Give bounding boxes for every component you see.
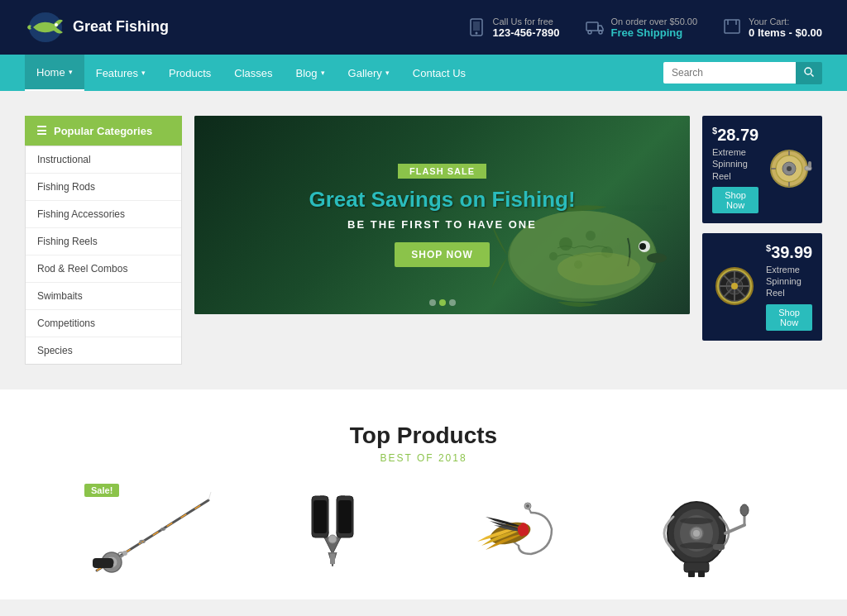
header-info: Call Us for free 123-456-7890 On order o… [467, 17, 822, 39]
sidebar-item-instructional[interactable]: Instructional [26, 146, 181, 174]
shipping-text: On order over $50.00 Free Shipping [611, 17, 698, 39]
product-card-1: $28.79 Extreme Spinning Reel Shop Now [702, 116, 822, 223]
product-thumb-img-3 [448, 484, 581, 583]
svg-point-67 [680, 518, 713, 524]
sidebar-item-species[interactable]: Species [26, 337, 181, 364]
product-thumb-4[interactable] [614, 484, 779, 583]
svg-rect-47 [93, 558, 113, 568]
svg-point-20 [647, 253, 667, 263]
top-products-title: Top Products [25, 423, 822, 449]
sidebar-item-competitions[interactable]: Competitions [26, 310, 181, 337]
main-content: ☰ Popular Categories Instructional Fishi… [0, 99, 847, 381]
hero-subtitle: BE THE FIRST TO HAVE ONE [309, 218, 575, 231]
phone-info: Call Us for free 123-456-7890 [467, 17, 560, 39]
search-input[interactable] [663, 62, 796, 84]
hero-banner: FLASH SALE Great Savings on Fishing! BE … [194, 116, 690, 314]
sidebar-menu: Instructional Fishing Rods Fishing Acces… [25, 146, 182, 365]
top-products-section: Top Products BEST OF 2018 Sale! [0, 389, 847, 599]
svg-point-1 [55, 23, 58, 26]
nav-links: Home ▾ Features ▾ Products Classes Blog … [25, 55, 663, 91]
sidebar-item-fishing-accessories[interactable]: Fishing Accessories [26, 201, 181, 228]
product-2-image [712, 264, 758, 309]
product-card-2: $39.99 Extreme Spinning Reel Shop Now [702, 233, 822, 341]
product-1-name: Extreme Spinning Reel [712, 146, 758, 182]
site-header: Great Fishing Call Us for free 123-456-7… [0, 0, 847, 55]
svg-rect-77 [713, 544, 725, 550]
top-products-subtitle: BEST OF 2018 [25, 452, 822, 464]
dot-1[interactable] [429, 299, 436, 306]
product-thumb-img-1 [84, 484, 217, 583]
nav-item-contact[interactable]: Contact Us [401, 55, 477, 91]
svg-point-70 [693, 530, 700, 537]
sidebar-item-fishing-reels[interactable]: Fishing Reels [26, 228, 181, 255]
svg-point-25 [787, 166, 792, 171]
logo-icon [25, 9, 66, 45]
svg-line-51 [208, 492, 211, 500]
nav-item-classes[interactable]: Classes [223, 55, 284, 91]
product-thumb-3[interactable] [432, 484, 597, 583]
svg-point-68 [680, 542, 713, 549]
product-card-1-info: $28.79 Extreme Spinning Reel Shop Now [712, 126, 758, 213]
product-thumb-2[interactable] [250, 484, 415, 583]
main-nav: Home ▾ Features ▾ Products Classes Blog … [0, 55, 847, 91]
hero-dots [429, 299, 456, 306]
sidebar-item-fishing-rods[interactable]: Fishing Rods [26, 174, 181, 201]
svg-point-50 [122, 551, 127, 556]
sidebar-header: ☰ Popular Categories [25, 116, 182, 146]
chevron-down-icon: ▾ [321, 69, 325, 77]
product-2-shop-button[interactable]: Shop Now [766, 304, 812, 331]
product-2-name: Extreme Spinning Reel [766, 264, 812, 299]
logo-text: Great Fishing [73, 18, 169, 36]
hero-cta-button[interactable]: SHOP NOW [395, 242, 489, 267]
product-2-price: $39.99 [766, 243, 812, 262]
nav-item-blog[interactable]: Blog ▾ [285, 55, 337, 91]
sidebar-item-rod-reel-combos[interactable]: Rod & Reel Combos [26, 255, 181, 283]
hero-title: Great Savings on Fishing! [309, 187, 575, 212]
shipping-icon [585, 17, 605, 37]
nav-item-products[interactable]: Products [157, 55, 223, 91]
svg-rect-74 [684, 562, 709, 572]
hero-content: FLASH SALE Great Savings on Fishing! BE … [292, 146, 591, 283]
products-grid: Sale! [51, 484, 796, 583]
svg-point-9 [805, 68, 811, 74]
logo[interactable]: Great Fishing [25, 9, 169, 45]
product-cards: $28.79 Extreme Spinning Reel Shop Now [702, 116, 822, 365]
svg-rect-5 [586, 22, 598, 31]
sidebar-item-swimbaits[interactable]: Swimbaits [26, 283, 181, 310]
product-1-shop-button[interactable]: Shop Now [712, 187, 758, 213]
chevron-down-icon: ▾ [385, 69, 390, 77]
dot-3[interactable] [449, 299, 456, 306]
chevron-down-icon: ▾ [69, 68, 73, 76]
search-icon [804, 67, 814, 77]
product-1-price: $28.79 [712, 126, 758, 145]
svg-rect-54 [313, 500, 327, 533]
svg-line-10 [811, 74, 814, 76]
cart-info[interactable]: Your Cart: 0 Items - $0.00 [722, 17, 822, 39]
nav-item-home[interactable]: Home ▾ [25, 55, 84, 91]
cart-text: Your Cart: 0 Items - $0.00 [749, 17, 822, 39]
svg-rect-76 [698, 571, 705, 577]
svg-rect-75 [688, 571, 695, 577]
dot-2[interactable] [439, 299, 446, 306]
phone-text: Call Us for free 123-456-7890 [493, 17, 560, 39]
product-thumb-1[interactable]: Sale! [68, 484, 233, 583]
svg-point-19 [639, 243, 646, 250]
svg-point-63 [526, 504, 529, 508]
svg-point-6 [588, 31, 591, 34]
product-card-2-info: $39.99 Extreme Spinning Reel Shop Now [766, 243, 812, 331]
svg-point-73 [740, 504, 749, 516]
shipping-info: On order over $50.00 Free Shipping [585, 17, 698, 39]
product-thumb-img-4 [630, 484, 763, 583]
chevron-down-icon: ▾ [141, 69, 146, 77]
nav-item-features[interactable]: Features ▾ [84, 55, 157, 91]
phone-icon [467, 17, 486, 37]
product-thumb-img-2 [266, 484, 399, 583]
nav-item-gallery[interactable]: Gallery ▾ [337, 55, 401, 91]
cart-icon [722, 17, 742, 37]
svg-point-4 [475, 32, 477, 35]
svg-rect-8 [725, 20, 739, 33]
search-form [663, 62, 822, 84]
product-1-image [767, 146, 812, 192]
svg-rect-55 [338, 500, 352, 533]
search-button[interactable] [796, 62, 822, 84]
